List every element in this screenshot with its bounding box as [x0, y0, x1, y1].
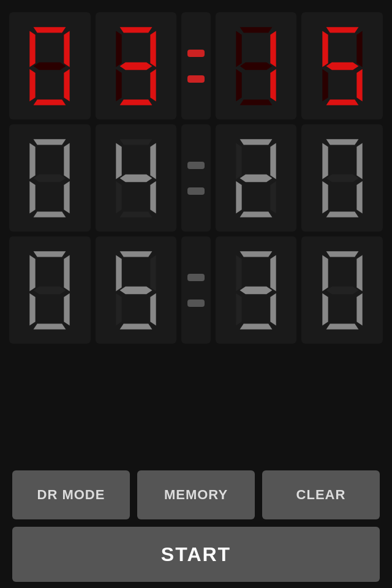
- svg-marker-7: [120, 27, 153, 32]
- svg-marker-39: [116, 181, 121, 213]
- svg-marker-10: [120, 62, 153, 69]
- svg-marker-76: [240, 323, 273, 329]
- digit-svg-r3-1: [111, 247, 160, 333]
- display-area: [0, 0, 392, 464]
- digit-r3-3: [301, 236, 383, 344]
- sep-dash-top-r1: [187, 50, 205, 57]
- digit-svg-r2-3: [318, 135, 367, 221]
- svg-marker-54: [356, 181, 362, 213]
- svg-marker-69: [120, 323, 153, 329]
- clear-button[interactable]: CLEAR: [262, 470, 380, 519]
- digit-svg-r3-3: [318, 247, 367, 333]
- svg-marker-9: [150, 31, 156, 67]
- svg-marker-48: [240, 211, 273, 217]
- svg-marker-50: [322, 143, 328, 179]
- svg-marker-34: [34, 211, 66, 217]
- sep-dash-top-r3: [187, 274, 205, 281]
- svg-marker-62: [34, 323, 66, 329]
- svg-marker-57: [30, 255, 36, 291]
- svg-marker-23: [356, 31, 362, 67]
- sep-dash-top-r2: [187, 162, 205, 169]
- svg-marker-67: [116, 293, 121, 325]
- svg-marker-60: [30, 293, 36, 325]
- svg-marker-38: [120, 174, 153, 181]
- digit-r2-2: [216, 124, 297, 232]
- digit-svg-r1-2: [232, 23, 281, 109]
- svg-marker-31: [34, 174, 66, 181]
- svg-marker-20: [240, 99, 273, 105]
- svg-marker-12: [150, 69, 156, 101]
- digit-r3-0: [9, 236, 91, 344]
- timer-row-2: [9, 124, 383, 232]
- svg-marker-83: [326, 323, 358, 329]
- svg-marker-55: [326, 211, 358, 217]
- svg-marker-65: [150, 255, 156, 291]
- svg-marker-40: [150, 181, 156, 213]
- digit-r1-2: [216, 12, 297, 119]
- svg-marker-41: [120, 211, 153, 217]
- start-button[interactable]: START: [12, 527, 380, 582]
- svg-marker-0: [34, 27, 66, 32]
- svg-marker-64: [116, 255, 121, 291]
- svg-marker-37: [150, 143, 156, 179]
- svg-marker-14: [240, 27, 273, 32]
- svg-marker-77: [326, 251, 358, 257]
- svg-marker-80: [326, 286, 358, 293]
- controls-area: DR MODE MEMORY CLEAR START: [0, 464, 392, 588]
- svg-marker-73: [240, 286, 273, 293]
- svg-marker-29: [30, 143, 36, 179]
- sep-dash-bot-r3: [187, 300, 205, 307]
- svg-marker-36: [116, 143, 121, 179]
- svg-marker-22: [322, 31, 328, 67]
- svg-marker-6: [34, 99, 66, 105]
- button-row-top: DR MODE MEMORY CLEAR: [12, 470, 380, 519]
- digit-svg-r2-0: [25, 135, 74, 221]
- timer-row-1: [9, 12, 383, 119]
- svg-marker-79: [356, 255, 362, 291]
- svg-marker-71: [236, 255, 241, 291]
- svg-marker-53: [322, 181, 328, 213]
- svg-marker-11: [116, 69, 121, 101]
- dr-mode-button[interactable]: DR MODE: [12, 470, 130, 519]
- svg-marker-70: [240, 251, 273, 257]
- svg-marker-33: [64, 181, 70, 213]
- svg-marker-59: [34, 286, 66, 293]
- digit-svg-r1-1: [111, 23, 160, 109]
- svg-marker-46: [236, 181, 241, 213]
- svg-marker-42: [240, 139, 273, 145]
- svg-marker-16: [270, 31, 276, 67]
- sep-dash-bot-r1: [187, 75, 205, 83]
- digit-r1-0: [9, 12, 91, 119]
- svg-marker-18: [236, 69, 241, 101]
- svg-marker-26: [356, 69, 362, 101]
- svg-marker-32: [30, 181, 36, 213]
- digit-svg-r3-0: [25, 247, 74, 333]
- svg-marker-8: [116, 31, 121, 67]
- svg-marker-51: [356, 143, 362, 179]
- svg-marker-74: [236, 293, 241, 325]
- svg-marker-66: [120, 286, 153, 293]
- digit-svg-r2-1: [111, 135, 160, 221]
- digit-r2-0: [9, 124, 91, 232]
- svg-marker-28: [34, 139, 66, 145]
- svg-marker-25: [322, 69, 328, 101]
- button-row-bottom: START: [12, 527, 380, 582]
- svg-marker-52: [326, 174, 358, 181]
- svg-marker-58: [64, 255, 70, 291]
- svg-marker-15: [236, 31, 241, 67]
- svg-marker-5: [64, 69, 70, 101]
- svg-marker-63: [120, 251, 153, 257]
- sep-r3: [181, 236, 210, 344]
- digit-svg-r1-0: [25, 23, 74, 109]
- svg-marker-24: [326, 62, 358, 69]
- digit-r3-2: [216, 236, 297, 344]
- svg-marker-21: [326, 27, 358, 32]
- svg-marker-61: [64, 293, 70, 325]
- memory-button[interactable]: MEMORY: [137, 470, 255, 519]
- digit-r1-3: [301, 12, 383, 119]
- sep-r2: [181, 124, 210, 232]
- digit-r2-3: [301, 124, 383, 232]
- svg-marker-35: [120, 139, 153, 145]
- svg-marker-75: [270, 293, 276, 325]
- svg-marker-45: [240, 174, 273, 181]
